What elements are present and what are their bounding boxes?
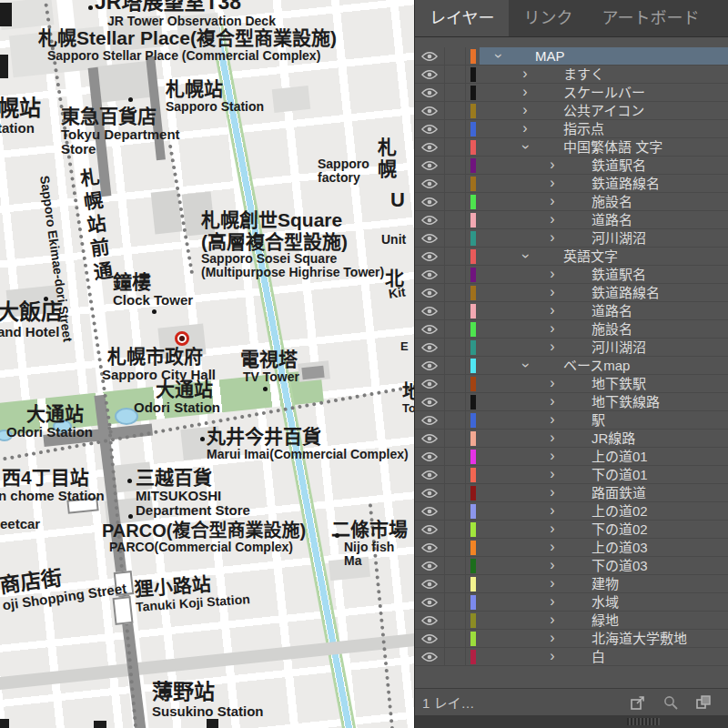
visibility-eye-icon[interactable] bbox=[415, 484, 445, 501]
visibility-eye-icon[interactable] bbox=[415, 284, 445, 301]
layer-row-content[interactable]: › 河川湖沼 bbox=[480, 339, 728, 356]
visibility-eye-icon[interactable] bbox=[415, 211, 445, 228]
edit-column-cell[interactable] bbox=[445, 466, 466, 483]
visibility-eye-icon[interactable] bbox=[415, 47, 445, 65]
edit-column-cell[interactable] bbox=[445, 521, 466, 538]
visibility-eye-icon[interactable] bbox=[415, 612, 445, 629]
layer-name[interactable]: 水域 bbox=[592, 593, 619, 611]
edit-column-cell[interactable] bbox=[445, 120, 466, 137]
expand-chevron-icon[interactable]: › bbox=[546, 157, 559, 174]
layer-row[interactable]: › 河川湖沼 bbox=[415, 339, 728, 357]
visibility-eye-icon[interactable] bbox=[415, 630, 445, 647]
layer-row[interactable]: › 地下鉄線路 bbox=[415, 393, 728, 411]
expand-chevron-icon[interactable]: › bbox=[546, 448, 559, 465]
layer-row-content[interactable]: › 上の道01 bbox=[480, 448, 728, 465]
expand-chevron-icon[interactable]: › bbox=[546, 630, 559, 647]
layer-row[interactable]: › 中国繁体語 文字 bbox=[415, 138, 728, 157]
layer-row-content[interactable]: › 路面鉄道 bbox=[480, 484, 728, 501]
layer-row[interactable]: › 施設名 bbox=[415, 320, 728, 339]
expand-chevron-icon[interactable]: › bbox=[546, 339, 559, 356]
expand-chevron-icon[interactable]: › bbox=[546, 229, 559, 247]
layer-row[interactable]: › 水域 bbox=[415, 593, 728, 612]
tab-artboards[interactable]: アートボード bbox=[587, 0, 713, 36]
layer-name[interactable]: 駅 bbox=[592, 411, 605, 429]
layer-row-content[interactable]: › 道路名 bbox=[480, 302, 728, 319]
expand-chevron-icon[interactable]: › bbox=[517, 359, 534, 372]
expand-chevron-icon[interactable]: › bbox=[546, 484, 559, 501]
visibility-eye-icon[interactable] bbox=[415, 448, 445, 465]
edit-column-cell[interactable] bbox=[445, 320, 466, 338]
layer-row-content[interactable]: › 施設名 bbox=[480, 193, 728, 210]
visibility-eye-icon[interactable] bbox=[415, 138, 445, 156]
layer-row[interactable]: › 駅 bbox=[415, 411, 728, 430]
layer-name[interactable]: 施設名 bbox=[592, 193, 632, 210]
visibility-eye-icon[interactable] bbox=[415, 357, 445, 374]
layer-name[interactable]: 地下鉄線路 bbox=[592, 393, 660, 410]
expand-chevron-icon[interactable]: › bbox=[519, 102, 531, 119]
layer-row-content[interactable]: › 施設名 bbox=[480, 320, 728, 338]
layer-row-content[interactable]: › 駅 bbox=[480, 411, 728, 429]
layer-row[interactable]: › 英語文字 bbox=[415, 248, 728, 266]
layer-row-content[interactable]: › 地下鉄駅 bbox=[480, 375, 728, 392]
layer-row[interactable]: › 鉄道駅名 bbox=[415, 157, 728, 175]
layer-row-content[interactable]: › 緑地 bbox=[480, 612, 728, 629]
edit-column-cell[interactable] bbox=[445, 448, 466, 465]
layer-row[interactable]: › 鉄道路線名 bbox=[415, 284, 728, 302]
layer-name[interactable]: 建物 bbox=[592, 575, 619, 592]
layer-name[interactable]: 道路名 bbox=[592, 302, 632, 319]
visibility-eye-icon[interactable] bbox=[415, 229, 445, 247]
layer-name[interactable]: 公共アイコン bbox=[563, 102, 644, 119]
visibility-eye-icon[interactable] bbox=[415, 102, 445, 119]
expand-chevron-icon[interactable]: › bbox=[546, 430, 559, 447]
visibility-eye-icon[interactable] bbox=[415, 648, 445, 665]
edit-column-cell[interactable] bbox=[445, 211, 466, 228]
layer-row[interactable]: › MAP bbox=[415, 47, 728, 66]
edit-column-cell[interactable] bbox=[445, 630, 466, 647]
layer-row-content[interactable]: › 上の道03 bbox=[480, 539, 728, 556]
expand-chevron-icon[interactable]: › bbox=[546, 539, 559, 556]
layer-row-content[interactable]: › 指示点 bbox=[480, 120, 728, 137]
visibility-eye-icon[interactable] bbox=[415, 175, 445, 192]
visibility-eye-icon[interactable] bbox=[415, 84, 445, 101]
layer-row-content[interactable]: › 白 bbox=[480, 648, 728, 665]
layer-row[interactable]: › 上の道02 bbox=[415, 502, 728, 521]
expand-chevron-icon[interactable]: › bbox=[546, 393, 559, 410]
layer-row[interactable]: › 施設名 bbox=[415, 193, 728, 211]
edit-column-cell[interactable] bbox=[445, 66, 466, 83]
layer-row[interactable]: › 道路名 bbox=[415, 302, 728, 320]
edit-column-cell[interactable] bbox=[445, 575, 466, 592]
visibility-eye-icon[interactable] bbox=[415, 266, 445, 283]
layer-name[interactable]: 路面鉄道 bbox=[592, 484, 646, 501]
expand-chevron-icon[interactable]: › bbox=[546, 557, 559, 574]
layer-row-content[interactable]: › スケールバー bbox=[480, 84, 728, 101]
layer-name[interactable]: 河川湖沼 bbox=[592, 339, 646, 356]
layer-row[interactable]: › 建物 bbox=[415, 575, 728, 593]
layer-name[interactable]: 下の道03 bbox=[592, 557, 648, 574]
expand-chevron-icon[interactable]: › bbox=[546, 648, 559, 665]
visibility-eye-icon[interactable] bbox=[415, 66, 445, 83]
layer-row-content[interactable]: › 下の道03 bbox=[480, 557, 728, 574]
tab-links[interactable]: リンク bbox=[509, 0, 587, 36]
visibility-eye-icon[interactable] bbox=[415, 593, 445, 611]
layer-row[interactable]: › 道路名 bbox=[415, 211, 728, 229]
layer-row[interactable]: › 地下鉄駅 bbox=[415, 375, 728, 393]
visibility-eye-icon[interactable] bbox=[415, 575, 445, 592]
expand-chevron-icon[interactable]: › bbox=[519, 120, 531, 137]
visibility-eye-icon[interactable] bbox=[415, 502, 445, 520]
layer-name[interactable]: 施設名 bbox=[592, 320, 632, 338]
visibility-eye-icon[interactable] bbox=[415, 411, 445, 429]
layer-row-content[interactable]: › 地下鉄線路 bbox=[480, 393, 728, 410]
layer-row[interactable]: › 鉄道路線名 bbox=[415, 175, 728, 193]
layer-row-content[interactable]: › JR線路 bbox=[480, 430, 728, 447]
layer-row[interactable]: › ますく bbox=[415, 66, 728, 84]
layer-row[interactable]: › 下の道01 bbox=[415, 466, 728, 484]
visibility-eye-icon[interactable] bbox=[415, 375, 445, 392]
layer-row[interactable]: › ベースmap bbox=[415, 357, 728, 375]
edit-column-cell[interactable] bbox=[445, 47, 466, 65]
layer-name[interactable]: ベースmap bbox=[563, 357, 630, 374]
edit-column-cell[interactable] bbox=[445, 102, 466, 119]
edit-column-cell[interactable] bbox=[445, 502, 466, 520]
layer-row-content[interactable]: › 公共アイコン bbox=[480, 102, 728, 119]
expand-chevron-icon[interactable]: › bbox=[546, 175, 559, 192]
layer-row-content[interactable]: › 建物 bbox=[480, 575, 728, 592]
